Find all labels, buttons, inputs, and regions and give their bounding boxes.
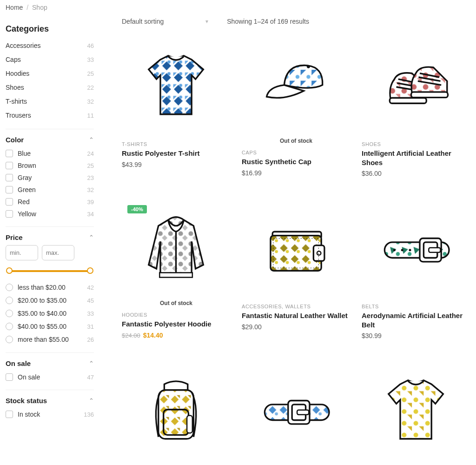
toolbar: Default sorting ▾ Showing 1–24 of 169 re… xyxy=(122,18,470,25)
checkbox-icon xyxy=(6,186,13,193)
category-count: 32 xyxy=(87,98,94,105)
price-filter-header[interactable]: Price ⌃ xyxy=(6,233,94,241)
product-name: Fantastic Natural Leather Wallet xyxy=(242,311,350,320)
product-category: CAPS xyxy=(242,150,350,155)
categories-title: Categories xyxy=(6,24,94,34)
product-card[interactable]: Out of stock CAPS Rustic Synthetic Cap $… xyxy=(242,38,350,177)
category-item[interactable]: Trousers11 xyxy=(6,108,94,122)
color-label: Blue xyxy=(18,150,87,157)
category-label: T-shirts xyxy=(6,98,27,105)
color-option[interactable]: Green32 xyxy=(6,184,94,196)
product-card[interactable]: T-SHIRTS Rustic Polyester T-shirt $43.99 xyxy=(122,38,231,177)
product-image xyxy=(122,38,231,136)
stock-title: Stock status xyxy=(6,397,47,405)
category-item[interactable]: Shoes22 xyxy=(6,80,94,94)
product-card[interactable] xyxy=(122,363,231,460)
price-slider[interactable] xyxy=(9,270,90,272)
sort-label: Default sorting xyxy=(122,18,164,25)
price-range-option[interactable]: $20.00 to $35.0045 xyxy=(6,294,94,307)
radio-icon xyxy=(6,297,13,304)
results-text: Showing 1–24 of 169 results xyxy=(227,18,309,25)
price-range-option[interactable]: less than $20.0042 xyxy=(6,281,94,294)
onsale-label: On sale xyxy=(18,373,87,381)
category-item[interactable]: Hoodies25 xyxy=(6,66,94,80)
product-card[interactable]: SHOES Intelligent Artificial Leather Sho… xyxy=(362,38,470,177)
product-image xyxy=(122,363,231,460)
onsale-title: On sale xyxy=(6,359,31,367)
price-min-input[interactable] xyxy=(6,245,38,260)
product-card[interactable]: BELTS Aerodynamic Artificial Leather Bel… xyxy=(362,200,470,339)
color-option[interactable]: Blue24 xyxy=(6,147,94,159)
product-card[interactable] xyxy=(362,363,470,460)
color-label: Green xyxy=(18,186,87,193)
product-image xyxy=(242,200,350,298)
price-range-option[interactable]: more than $55.0026 xyxy=(6,333,94,346)
svg-point-41 xyxy=(409,249,411,251)
category-item[interactable]: Accessories46 xyxy=(6,39,94,53)
svg-rect-47 xyxy=(187,415,193,433)
chevron-down-icon: ▾ xyxy=(205,18,208,25)
price-range-option[interactable]: $40.00 to $55.0031 xyxy=(6,320,94,333)
product-image xyxy=(362,363,470,460)
slider-fill xyxy=(9,270,90,272)
slider-handle-min[interactable] xyxy=(6,267,13,274)
sort-dropdown[interactable]: Default sorting ▾ xyxy=(122,18,208,25)
svg-rect-15 xyxy=(411,92,448,98)
belt-icon xyxy=(252,372,339,451)
product-card[interactable]: -40% Out of stock HOODIES Fantastic Poly… xyxy=(122,200,231,339)
product-card[interactable] xyxy=(242,363,350,460)
product-name: Rustic Polyester T-shirt xyxy=(122,149,231,158)
color-filter-header[interactable]: Color ⌃ xyxy=(6,136,94,144)
breadcrumb-sep: / xyxy=(26,4,28,11)
product-image xyxy=(122,200,231,298)
color-option[interactable]: Yellow34 xyxy=(6,208,94,220)
category-label: Shoes xyxy=(6,84,24,91)
color-label: Gray xyxy=(18,174,87,181)
svg-point-7 xyxy=(307,65,311,68)
backpack-icon xyxy=(132,372,219,451)
belt-icon xyxy=(372,210,459,288)
breadcrumb-home[interactable]: Home xyxy=(6,4,23,11)
product-price: $30.99 xyxy=(362,332,470,339)
svg-rect-46 xyxy=(164,410,189,435)
price-max-input[interactable] xyxy=(42,245,74,260)
svg-rect-54 xyxy=(298,410,309,415)
price-range-option[interactable]: $35.00 to $40.0033 xyxy=(6,307,94,320)
product-name: Aerodynamic Artificial Leather Belt xyxy=(362,311,470,329)
checkbox-icon xyxy=(6,373,13,381)
price-range-count: 42 xyxy=(87,284,94,291)
category-label: Caps xyxy=(6,56,21,63)
color-count: 23 xyxy=(87,174,94,181)
cap-icon xyxy=(252,48,339,126)
product-card[interactable]: ACCESSORIES, WALLETS Fantastic Natural L… xyxy=(242,200,350,339)
svg-point-40 xyxy=(401,249,403,251)
color-option[interactable]: Red39 xyxy=(6,196,94,208)
color-label: Brown xyxy=(18,162,87,169)
product-price: $36.00 xyxy=(362,170,470,177)
old-price: $24.00 xyxy=(122,332,140,339)
product-price: $43.99 xyxy=(122,161,231,168)
product-image xyxy=(362,200,470,298)
stock-option[interactable]: In stock136 xyxy=(6,408,94,420)
tshirt-icon xyxy=(132,48,219,126)
product-category: T-SHIRTS xyxy=(122,141,231,147)
price-range-count: 26 xyxy=(87,336,94,343)
category-item[interactable]: T-shirts32 xyxy=(6,94,94,108)
checkbox-icon xyxy=(6,174,13,181)
tshirt-icon xyxy=(372,372,459,451)
slider-handle-max[interactable] xyxy=(87,267,93,274)
product-price: $16.99 xyxy=(242,169,350,177)
category-count: 46 xyxy=(87,42,94,49)
onsale-filter-header[interactable]: On sale ⌃ xyxy=(6,359,94,367)
out-of-stock-label: Out of stock xyxy=(122,300,231,306)
onsale-option[interactable]: On sale47 xyxy=(6,371,94,383)
stock-filter-header[interactable]: Stock status ⌃ xyxy=(6,397,94,405)
price-range-count: 45 xyxy=(87,297,94,304)
sidebar: Categories Accessories46 Caps33 Hoodies2… xyxy=(6,18,94,460)
color-option[interactable]: Brown25 xyxy=(6,159,94,172)
product-image xyxy=(242,363,350,460)
chevron-up-icon: ⌃ xyxy=(89,234,94,241)
category-item[interactable]: Caps33 xyxy=(6,53,94,66)
price-range-count: 33 xyxy=(87,310,94,317)
color-option[interactable]: Gray23 xyxy=(6,172,94,184)
